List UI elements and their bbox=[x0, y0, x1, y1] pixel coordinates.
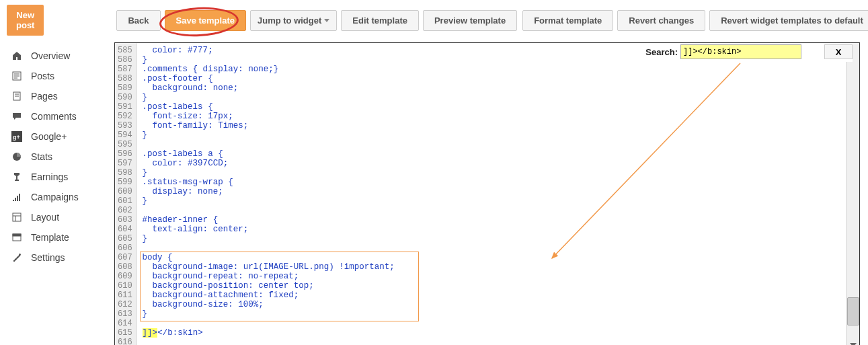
code-line[interactable]: background-size: 100%; bbox=[143, 300, 846, 309]
svg-rect-18 bbox=[13, 234, 21, 236]
line-number: 587 bbox=[118, 65, 132, 74]
sidebar-item-google-[interactable]: g+Google+ bbox=[0, 126, 114, 147]
chevron-down-icon bbox=[324, 19, 329, 22]
sidebar-item-label: Layout bbox=[31, 212, 59, 223]
code-line[interactable]: } bbox=[143, 234, 846, 243]
sidebar-item-label: Settings bbox=[31, 252, 65, 263]
code-line[interactable]: background-attachment: fixed; bbox=[143, 291, 846, 300]
line-number: 612 bbox=[118, 300, 132, 309]
line-number: 607 bbox=[118, 253, 132, 262]
line-number: 616 bbox=[118, 338, 132, 345]
save-template-wrap: Save template bbox=[165, 10, 246, 31]
line-number: 615 bbox=[118, 328, 132, 338]
line-number: 598 bbox=[118, 168, 132, 178]
line-number: 613 bbox=[118, 309, 132, 319]
comment-icon bbox=[11, 111, 23, 122]
gplus-icon: g+ bbox=[11, 131, 23, 142]
line-number: 614 bbox=[118, 319, 132, 328]
line-number: 601 bbox=[118, 196, 132, 206]
sidebar-item-comments[interactable]: Comments bbox=[0, 106, 114, 126]
scroll-down-arrow-icon[interactable] bbox=[847, 339, 859, 345]
edit-template-button[interactable]: Edit template bbox=[341, 10, 419, 31]
line-number: 592 bbox=[118, 112, 132, 121]
revert-widgets-button[interactable]: Revert widget templates to default bbox=[709, 10, 868, 31]
svg-point-19 bbox=[19, 254, 21, 256]
code-line[interactable]: background-position: center top; bbox=[143, 281, 846, 291]
sidebar-item-overview[interactable]: Overview bbox=[0, 46, 114, 66]
code-line[interactable]: ]]></b:skin> bbox=[143, 328, 846, 338]
sidebar-item-pages[interactable]: Pages bbox=[0, 86, 114, 106]
preview-template-button[interactable]: Preview template bbox=[423, 10, 517, 31]
camp-icon bbox=[11, 192, 23, 202]
code-line[interactable]: body { bbox=[143, 253, 846, 262]
scrollbar-thumb[interactable] bbox=[847, 297, 859, 325]
revert-changes-button[interactable]: Revert changes bbox=[617, 10, 705, 31]
code-line[interactable]: .status-msg-wrap { bbox=[143, 178, 846, 187]
code-line[interactable]: } bbox=[143, 309, 846, 319]
back-button[interactable]: Back bbox=[116, 10, 160, 31]
template-icon bbox=[11, 232, 23, 243]
code-line[interactable] bbox=[143, 140, 846, 149]
line-number-gutter: 5855865875885895905915925935945955965975… bbox=[115, 43, 137, 345]
code-line[interactable]: .post-labels a { bbox=[143, 149, 846, 159]
line-number: 591 bbox=[118, 102, 132, 112]
new-post-button[interactable]: New post bbox=[7, 5, 44, 36]
format-template-button[interactable]: Format template bbox=[522, 10, 613, 31]
code-line[interactable] bbox=[143, 338, 846, 345]
line-number: 602 bbox=[118, 206, 132, 215]
line-number: 605 bbox=[118, 234, 132, 243]
code-line[interactable]: } bbox=[143, 168, 846, 178]
code-line[interactable]: background-repeat: no-repeat; bbox=[143, 272, 846, 281]
code-line[interactable] bbox=[143, 243, 846, 253]
line-number: 603 bbox=[118, 215, 132, 225]
vertical-scrollbar[interactable] bbox=[846, 43, 859, 345]
code-line[interactable]: color: #397CCD; bbox=[143, 159, 846, 168]
sidebar-item-stats[interactable]: Stats bbox=[0, 147, 114, 167]
code-line[interactable]: text-align: center; bbox=[143, 225, 846, 234]
code-area[interactable]: color: #777;}.comments { display: none;}… bbox=[137, 43, 846, 345]
code-line[interactable]: font-size: 17px; bbox=[143, 112, 846, 121]
sidebar-item-label: Pages bbox=[31, 91, 58, 102]
svg-rect-13 bbox=[19, 194, 20, 201]
main-area: OverviewPostsPagesCommentsg+Google+Stats… bbox=[0, 42, 868, 345]
jump-to-widget-dropdown[interactable]: Jump to widget bbox=[250, 10, 337, 31]
search-label: Search: bbox=[645, 47, 678, 57]
toolbar-left-group: Back Save template Jump to widget Edit t… bbox=[116, 10, 517, 31]
code-line[interactable]: .comments { display: none;} bbox=[143, 65, 846, 74]
sidebar-item-settings[interactable]: Settings bbox=[0, 247, 114, 268]
top-toolbar: New post Back Save template Jump to widg… bbox=[0, 0, 868, 42]
line-number: 597 bbox=[118, 159, 132, 168]
sidebar-item-layout[interactable]: Layout bbox=[0, 207, 114, 227]
code-line[interactable] bbox=[143, 319, 846, 328]
line-number: 608 bbox=[118, 262, 132, 272]
sidebar-item-earnings[interactable]: Earnings bbox=[0, 167, 114, 187]
code-line[interactable]: } bbox=[143, 130, 846, 140]
sidebar-item-campaigns[interactable]: Campaigns bbox=[0, 187, 114, 207]
code-line[interactable]: display: none; bbox=[143, 187, 846, 196]
home-icon bbox=[11, 50, 23, 61]
stats-icon bbox=[11, 151, 23, 162]
search-input[interactable] bbox=[680, 44, 801, 59]
code-line[interactable]: background-image: url(IMAGE-URL.png) !im… bbox=[143, 262, 846, 272]
code-line[interactable]: } bbox=[143, 196, 846, 206]
line-number: 610 bbox=[118, 281, 132, 291]
code-line[interactable]: background: none; bbox=[143, 83, 846, 93]
code-line[interactable]: font-family: Times; bbox=[143, 121, 846, 130]
code-line[interactable]: #header-inner { bbox=[143, 215, 846, 225]
code-line[interactable] bbox=[143, 206, 846, 215]
sidebar-nav: OverviewPostsPagesCommentsg+Google+Stats… bbox=[0, 42, 114, 345]
save-template-button[interactable]: Save template bbox=[165, 10, 246, 31]
code-line[interactable]: } bbox=[143, 93, 846, 102]
page-icon bbox=[11, 91, 23, 102]
sidebar-item-template[interactable]: Template bbox=[0, 227, 114, 247]
search-close-button[interactable]: X bbox=[824, 44, 853, 59]
sidebar-item-label: Posts bbox=[31, 71, 54, 81]
toolbar-right-group: Format template Revert changes Revert wi… bbox=[522, 10, 868, 31]
code-line[interactable]: .post-footer { bbox=[143, 74, 846, 83]
line-number: 593 bbox=[118, 121, 132, 130]
sidebar-item-posts[interactable]: Posts bbox=[0, 66, 114, 86]
sidebar-item-label: Campaigns bbox=[31, 192, 79, 202]
code-line[interactable]: .post-labels { bbox=[143, 102, 846, 112]
sidebar-item-label: Google+ bbox=[31, 131, 67, 142]
line-number: 600 bbox=[118, 187, 132, 196]
